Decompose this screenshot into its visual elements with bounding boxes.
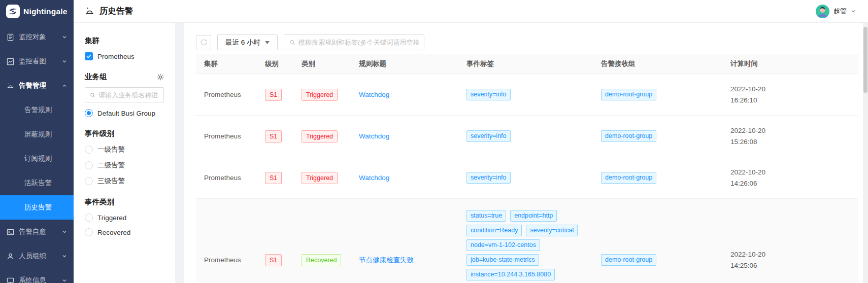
alert-row[interactable]: PrometheusS1TriggeredWatchdogseverity=in… xyxy=(196,74,858,116)
refresh-button[interactable] xyxy=(196,35,211,50)
logo[interactable]: Nightingale xyxy=(0,0,74,23)
sidebar-subitem[interactable]: 订阅规则 xyxy=(0,147,74,171)
sidebar-subitem[interactable]: 历史告警 xyxy=(0,195,74,220)
trigger-time-cell: 2022-10-2014:25:06 xyxy=(722,199,858,283)
event-tag[interactable]: endpoint=http xyxy=(510,210,557,222)
trigger-date: 2022-10-20 xyxy=(730,168,850,176)
sidebar-subitem[interactable]: 屏蔽规则 xyxy=(0,122,74,147)
alert-row[interactable]: PrometheusS1TriggeredWatchdogseverity=in… xyxy=(196,116,858,157)
trigger-time: 16:26:10 xyxy=(730,96,850,104)
radio-icon[interactable] xyxy=(85,146,93,154)
time-range-dropdown[interactable]: 最近 6 小时 xyxy=(217,34,278,50)
sidebar-item-monitor-objects[interactable]: 监控对象 xyxy=(0,25,74,49)
cluster-option[interactable]: Prometheus xyxy=(85,52,164,60)
scrollbar-thumb[interactable] xyxy=(863,27,867,93)
trigger-time: 14:25:06 xyxy=(730,262,850,269)
busi-group-option[interactable]: Default Busi Group xyxy=(85,109,164,117)
radio-icon[interactable] xyxy=(85,161,93,169)
rule-cell: Watchdog xyxy=(351,157,458,199)
refresh-icon xyxy=(200,39,208,46)
rule-title-link[interactable]: Watchdog xyxy=(359,174,389,182)
event-tags: severity=info xyxy=(466,89,585,100)
column-header: 规则标题 xyxy=(351,54,458,74)
rule-title-link[interactable]: 节点健康检查失败 xyxy=(359,256,414,264)
severity-option-label: 二级告警 xyxy=(97,161,125,170)
vertical-scrollbar[interactable] xyxy=(863,23,868,283)
rule-title-link[interactable]: Watchdog xyxy=(359,91,389,98)
alerts-table: 集群级别类别规则标题事件标签告警接收组计算时间 PrometheusS1Trig… xyxy=(196,54,858,283)
sidebar-item-label: 告警管理 xyxy=(19,81,57,90)
radio-icon[interactable] xyxy=(85,177,93,185)
sidebar-item-alert-selfheal[interactable]: 告警自愈 xyxy=(0,220,74,244)
group-cell: demo-root-group xyxy=(593,199,722,283)
rule-title-link[interactable]: Watchdog xyxy=(359,132,389,140)
alarm-icon xyxy=(7,82,14,90)
sidebar: Nightingale 监控对象监控看图告警管理告警规则屏蔽规则订阅规则活跃告警… xyxy=(0,0,74,283)
user-name: 超管 xyxy=(833,7,847,16)
page-title: 历史告警 xyxy=(85,6,133,17)
event-type-option-label: Triggered xyxy=(97,214,126,222)
trigger-date: 2022-10-20 xyxy=(730,127,850,134)
event-type-cell: Triggered xyxy=(293,157,351,199)
radio-icon[interactable] xyxy=(85,109,93,117)
event-tag[interactable]: node=vm-1-102-centos xyxy=(466,239,540,251)
cluster-cell: Prometheus xyxy=(196,199,257,283)
alert-row[interactable]: PrometheusS1TriggeredWatchdogseverity=in… xyxy=(196,157,858,199)
event-tag[interactable]: instance=10.244.3.165:8080 xyxy=(466,269,555,280)
chevron-down-icon xyxy=(62,278,67,283)
cluster-cell: Prometheus xyxy=(196,116,257,157)
busi-group-search-input[interactable] xyxy=(98,91,159,99)
event-tag[interactable]: severity=info xyxy=(466,89,511,100)
trigger-time-cell: 2022-10-2016:26:10 xyxy=(722,74,858,116)
event-type-filter-title: 事件类别 xyxy=(85,197,164,207)
user-menu[interactable]: 超管 xyxy=(816,5,856,18)
terminal-icon xyxy=(7,228,14,236)
event-tags: status=trueendpoint=httpcondition=Readys… xyxy=(466,210,585,283)
event-tag[interactable]: condition=Ready xyxy=(466,225,522,236)
gear-icon[interactable] xyxy=(157,74,164,81)
caret-down-icon xyxy=(265,41,270,44)
sidebar-item-system-info[interactable]: 系统信息 xyxy=(0,268,74,283)
event-type-option-label: Recovered xyxy=(97,229,130,236)
alert-group-tag[interactable]: demo-root-group xyxy=(601,130,656,142)
event-tag[interactable]: severity=critical xyxy=(526,225,578,236)
event-type-badge: Recovered xyxy=(302,254,341,266)
event-type-filter-section: 事件类别 TriggeredRecovered xyxy=(85,197,164,236)
alert-group-tag[interactable]: demo-root-group xyxy=(601,89,656,100)
alert-group-tag[interactable]: demo-root-group xyxy=(601,254,656,266)
event-tag[interactable]: job=kube-state-metrics xyxy=(466,254,539,266)
chevron-down-icon xyxy=(62,59,67,64)
trigger-time: 15:26:08 xyxy=(730,138,850,146)
sidebar-item-alert-manage[interactable]: 告警管理 xyxy=(0,74,74,98)
event-tag[interactable]: severity=info xyxy=(466,172,511,184)
busi-group-section: 业务组 Default B xyxy=(85,72,164,117)
radio-icon[interactable] xyxy=(85,214,93,222)
group-cell: demo-root-group xyxy=(593,116,722,157)
event-type-badge: Triggered xyxy=(302,89,338,101)
tags-cell: severity=info xyxy=(458,157,593,199)
sidebar-item-monitor-charts[interactable]: 监控看图 xyxy=(0,49,74,74)
severity-option[interactable]: 三级告警 xyxy=(85,176,164,186)
alert-row[interactable]: PrometheusS1Recovered节点健康检查失败status=true… xyxy=(196,199,858,283)
severity-option[interactable]: 二级告警 xyxy=(85,161,164,170)
severity-badge: S1 xyxy=(265,130,282,143)
event-tag[interactable]: status=true xyxy=(466,210,506,222)
alert-group-tag[interactable]: demo-root-group xyxy=(601,172,656,184)
app-root: Nightingale 监控对象监控看图告警管理告警规则屏蔽规则订阅规则活跃告警… xyxy=(0,0,868,283)
chart-icon xyxy=(7,58,14,65)
table-search-input[interactable] xyxy=(298,39,419,46)
busi-group-title: 业务组 xyxy=(85,72,107,82)
sidebar-item-people-org[interactable]: 人员组织 xyxy=(0,244,74,268)
checkbox-checked-icon[interactable] xyxy=(85,52,93,60)
event-tag[interactable]: severity=info xyxy=(466,130,511,142)
radio-icon[interactable] xyxy=(85,228,93,236)
event-type-option[interactable]: Triggered xyxy=(85,214,164,222)
event-type-option[interactable]: Recovered xyxy=(85,228,164,236)
trigger-time-cell: 2022-10-2014:26:06 xyxy=(722,157,858,199)
sidebar-subitem[interactable]: 活跃告警 xyxy=(0,171,74,195)
person-icon xyxy=(7,253,14,260)
severity-option[interactable]: 一级告警 xyxy=(85,145,164,154)
sidebar-subitem[interactable]: 告警规则 xyxy=(0,98,74,122)
event-type-options: TriggeredRecovered xyxy=(85,214,164,236)
table-header-row: 集群级别类别规则标题事件标签告警接收组计算时间 xyxy=(196,54,858,74)
